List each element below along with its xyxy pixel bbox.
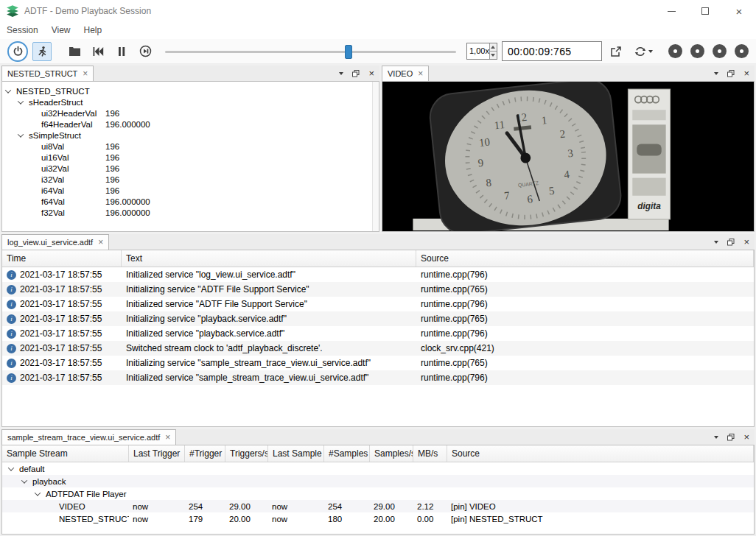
- trace-row[interactable]: default: [2, 462, 754, 475]
- expander-icon[interactable]: [8, 465, 14, 470]
- column-header-source[interactable]: Source: [447, 445, 754, 462]
- panel-menu-button[interactable]: [714, 241, 718, 244]
- panel-float-button[interactable]: [727, 434, 735, 441]
- column-header-source[interactable]: Source: [416, 250, 754, 267]
- tree-item-label: ui32HeaderVal: [41, 109, 97, 118]
- column-header-time[interactable]: Time: [2, 250, 122, 267]
- log-row[interactable]: i2021-03-17 18:57:55Initialized service …: [2, 370, 754, 385]
- tab-log-view[interactable]: log_view.ui_service.adtf ×: [1, 234, 109, 250]
- column-header-last-trigger[interactable]: Last Trigger: [129, 445, 185, 462]
- expander-icon[interactable]: [18, 131, 24, 137]
- menu-session[interactable]: Session: [0, 22, 45, 39]
- tab-close-icon[interactable]: ×: [165, 433, 170, 442]
- step-forward-button[interactable]: [136, 42, 155, 61]
- column-header-num-samples[interactable]: #Samples: [324, 445, 370, 462]
- trace-value-cell: 180: [324, 515, 370, 523]
- trace-row[interactable]: VIDEOnow25429.00now25429.002.12[pin] VID…: [2, 500, 754, 512]
- tree-row[interactable]: i32Val196: [2, 174, 379, 185]
- tab-stream-trace[interactable]: sample_stream_trace_view.ui_service.adtf…: [1, 429, 176, 445]
- panel-menu-button[interactable]: [714, 72, 718, 75]
- trace-row[interactable]: NESTED_STRUCTnow17920.00now18020.000.00[…: [2, 512, 754, 525]
- log-time-cell: i2021-03-17 18:57:55: [2, 269, 122, 280]
- arrow-up-icon: [491, 46, 495, 49]
- pause-button[interactable]: [112, 42, 131, 61]
- panel-close-button[interactable]: ×: [743, 237, 749, 247]
- tree-row[interactable]: f64HeaderVal196.000000: [2, 119, 379, 130]
- speed-up-button[interactable]: [490, 43, 497, 51]
- trace-value-cell: 179: [185, 515, 225, 523]
- marker-button-2[interactable]: [690, 44, 704, 58]
- slider-handle[interactable]: [345, 45, 352, 59]
- power-button[interactable]: [7, 41, 28, 62]
- vertical-scrollbar[interactable]: [372, 82, 379, 231]
- column-header-last-sample[interactable]: Last Sample: [268, 445, 324, 462]
- loop-mode-button[interactable]: [630, 42, 657, 61]
- log-text-cell: Initializing service "sample_stream_trac…: [122, 358, 416, 368]
- panel-close-button[interactable]: ×: [743, 432, 749, 442]
- detach-window-button[interactable]: [606, 42, 626, 61]
- open-file-button[interactable]: [65, 42, 84, 61]
- trace-row[interactable]: playback: [2, 475, 754, 487]
- column-header-samples-per-s[interactable]: Samples/s: [370, 445, 413, 462]
- log-row[interactable]: i2021-03-17 18:57:55Initialized service …: [2, 267, 754, 282]
- tab-close-icon[interactable]: ×: [418, 69, 423, 78]
- tab-nested-struct[interactable]: NESTED_STRUCT ×: [1, 66, 94, 81]
- speed-spinbox[interactable]: 1,00x: [466, 43, 497, 60]
- panel-close-button[interactable]: ×: [743, 68, 749, 78]
- panel-menu-button[interactable]: [714, 436, 718, 439]
- tree-row[interactable]: ui32Val196: [2, 163, 379, 174]
- log-row[interactable]: i2021-03-17 18:57:55Initialized service …: [2, 326, 754, 341]
- tree-row[interactable]: ui16Val196: [2, 152, 379, 163]
- panel-float-button[interactable]: [727, 239, 735, 246]
- maximize-button[interactable]: [688, 0, 722, 22]
- expander-icon[interactable]: [21, 477, 27, 483]
- marker-button-4[interactable]: [735, 44, 749, 58]
- panel-titlebar: sample_stream_trace_view.ui_service.adtf…: [1, 429, 755, 445]
- menu-view[interactable]: View: [45, 22, 77, 39]
- tree-row[interactable]: sHeaderStruct: [2, 96, 379, 107]
- log-row[interactable]: i2021-03-17 18:57:55Initialized service …: [2, 297, 754, 311]
- expander-icon[interactable]: [5, 87, 11, 93]
- column-header-mb-per-s[interactable]: MB/s: [413, 445, 447, 462]
- window-title: ADTF - Demo Playback Session: [24, 6, 654, 16]
- speed-down-button[interactable]: [490, 51, 497, 59]
- panel-float-button[interactable]: [352, 70, 360, 77]
- panel-float-button[interactable]: [727, 70, 735, 77]
- tab-close-icon[interactable]: ×: [83, 69, 88, 78]
- tree-row[interactable]: f64Val196.000000: [2, 196, 379, 207]
- tree-row[interactable]: f32Val196.000000: [2, 207, 379, 218]
- marker-button-3[interactable]: [713, 44, 727, 58]
- close-button[interactable]: ×: [722, 0, 756, 22]
- playback-slider[interactable]: [165, 42, 456, 61]
- tree-item-label: f64HeaderVal: [41, 120, 92, 129]
- tab-video[interactable]: VIDEO ×: [382, 66, 429, 81]
- column-header-triggers-per-s[interactable]: Triggers/s: [225, 445, 268, 462]
- column-header-sample-stream[interactable]: Sample Stream: [2, 445, 129, 462]
- skip-to-start-button[interactable]: [88, 42, 108, 61]
- expander-icon[interactable]: [18, 98, 24, 104]
- panel-close-button[interactable]: ×: [368, 68, 374, 78]
- trace-value-cell: now: [268, 515, 324, 523]
- log-row[interactable]: i2021-03-17 18:57:55Initializing service…: [2, 311, 754, 326]
- log-row[interactable]: i2021-03-17 18:57:55Initializing service…: [2, 356, 754, 370]
- tree-row[interactable]: i64Val196: [2, 185, 379, 196]
- tree-row[interactable]: NESTED_STRUCT: [2, 85, 379, 96]
- tab-close-icon[interactable]: ×: [98, 238, 103, 247]
- marker-button-1[interactable]: [668, 44, 682, 58]
- expander-icon[interactable]: [35, 490, 41, 496]
- menu-help[interactable]: Help: [77, 22, 109, 39]
- column-header-num-trigger[interactable]: #Trigger: [185, 445, 225, 462]
- run-button[interactable]: [32, 42, 52, 61]
- tree-row[interactable]: sSimpleStruct: [2, 130, 379, 141]
- log-row[interactable]: i2021-03-17 18:57:55Initializing service…: [2, 282, 754, 297]
- column-header-text[interactable]: Text: [122, 250, 416, 267]
- log-row[interactable]: i2021-03-17 18:57:55Switched stream cloc…: [2, 341, 754, 356]
- minimize-button[interactable]: [654, 0, 688, 22]
- panel-menu-button[interactable]: [339, 72, 343, 75]
- tree-item-label: i32Val: [41, 175, 64, 184]
- tree-indent: [2, 157, 30, 158]
- playback-time-display[interactable]: 00:00:09:765: [502, 41, 602, 61]
- tree-row[interactable]: ui32HeaderVal196: [2, 107, 379, 119]
- trace-row[interactable]: ADTFDAT File Player: [2, 487, 754, 500]
- tree-row[interactable]: ui8Val196: [2, 141, 379, 152]
